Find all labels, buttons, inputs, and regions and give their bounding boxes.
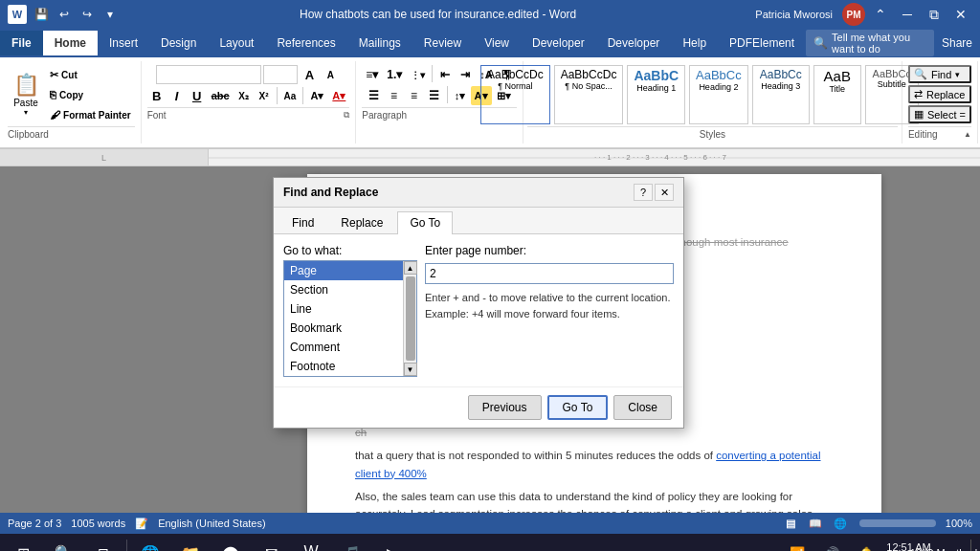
align-center-btn[interactable]: ≡ bbox=[385, 86, 404, 105]
tab-layout[interactable]: Layout bbox=[208, 31, 265, 55]
decrease-indent-btn[interactable]: ⇤ bbox=[435, 65, 455, 84]
dialog-close-btn[interactable]: ✕ bbox=[655, 184, 674, 201]
superscript-btn[interactable]: X² bbox=[255, 86, 274, 105]
tab-view[interactable]: View bbox=[473, 31, 521, 55]
paste-btn[interactable]: 📋 Paste ▾ bbox=[8, 65, 44, 124]
justify-btn[interactable]: ☰ bbox=[425, 86, 444, 105]
style-heading1[interactable]: AaBbC Heading 1 bbox=[627, 65, 685, 124]
style-no-spacing[interactable]: AaBbCcDc ¶ No Spac... bbox=[554, 65, 624, 124]
tab-review[interactable]: Review bbox=[412, 31, 473, 55]
bold-btn[interactable]: B bbox=[147, 86, 167, 105]
align-left-btn[interactable]: ☰ bbox=[365, 86, 384, 105]
speaker-icon[interactable]: 🔊 bbox=[816, 536, 847, 551]
shrink-font-btn[interactable]: A bbox=[321, 65, 340, 84]
web-layout-btn[interactable]: 🌐 bbox=[831, 514, 850, 533]
change-case-btn[interactable]: Aa bbox=[280, 86, 301, 105]
share-btn[interactable]: Share bbox=[942, 36, 972, 50]
save-quick-btn[interactable]: 💾 bbox=[31, 4, 52, 25]
strikethrough-btn[interactable]: abc bbox=[208, 86, 234, 105]
redo-quick-btn[interactable]: ↪ bbox=[77, 4, 98, 25]
find-btn[interactable]: 🔍 Find ▾ bbox=[908, 65, 971, 83]
format-painter-btn[interactable]: 🖌 Format Painter bbox=[46, 105, 135, 124]
multilevel-btn[interactable]: ⋮▾ bbox=[407, 65, 429, 84]
goto-item-footnote[interactable]: Footnote bbox=[284, 357, 403, 376]
word-tb-btn[interactable]: W bbox=[292, 536, 330, 551]
tab-references[interactable]: References bbox=[265, 31, 346, 55]
dialog-tabs: Find Replace Go To bbox=[274, 208, 683, 234]
numbering-btn[interactable]: 1.▾ bbox=[383, 65, 406, 84]
grow-font-btn[interactable]: A bbox=[300, 65, 319, 84]
text-highlight-btn[interactable]: A▾ bbox=[306, 86, 327, 105]
goto-item-page[interactable]: Page bbox=[284, 261, 403, 280]
goto-btn[interactable]: Go To bbox=[547, 395, 609, 420]
zoom-slider[interactable] bbox=[859, 519, 936, 527]
font-name-input[interactable] bbox=[156, 65, 261, 84]
dialog-tab-goto[interactable]: Go To bbox=[397, 211, 453, 234]
customize-quick-btn[interactable]: ▾ bbox=[100, 4, 121, 25]
goto-hint: Enter + and - to move relative to the cu… bbox=[425, 290, 674, 321]
page-number-input[interactable] bbox=[425, 263, 674, 284]
read-mode-btn[interactable]: 📖 bbox=[806, 514, 825, 533]
tab-mailings[interactable]: Mailings bbox=[347, 31, 412, 55]
style-heading2[interactable]: AaBbCc Heading 2 bbox=[689, 65, 748, 124]
dialog-help-btn[interactable]: ? bbox=[634, 184, 653, 201]
select-btn[interactable]: ▦ Select = bbox=[908, 105, 971, 123]
font-group: A A B I U abc X₂ X² Aa A▾ A▾ Font ⧉ bbox=[142, 61, 357, 143]
start-btn[interactable]: ⊞ bbox=[4, 536, 42, 551]
tab-insert[interactable]: Insert bbox=[98, 31, 149, 55]
goto-item-section[interactable]: Section bbox=[284, 280, 403, 299]
goto-item-comment[interactable]: Comment bbox=[284, 338, 403, 357]
scroll-down-btn[interactable]: ▼ bbox=[404, 363, 417, 376]
tab-developer2[interactable]: Developer bbox=[596, 31, 672, 55]
weather-widget[interactable]: 19°C Mostly clear bbox=[936, 536, 967, 551]
file-explorer-btn[interactable]: 📁 bbox=[171, 536, 210, 551]
close-btn[interactable]: ✕ bbox=[949, 3, 972, 26]
restore-btn[interactable]: ⧉ bbox=[923, 3, 946, 26]
style-heading3[interactable]: AaBbCc Heading 3 bbox=[752, 65, 810, 124]
tab-home[interactable]: Home bbox=[43, 31, 98, 55]
scroll-up-btn[interactable]: ▲ bbox=[404, 261, 417, 275]
close-dialog-btn[interactable]: Close bbox=[613, 395, 672, 420]
dialog-title-text: Find and Replace bbox=[283, 186, 378, 199]
align-right-btn[interactable]: ≡ bbox=[405, 86, 424, 105]
style-normal[interactable]: AaBbCcDc ¶ Normal bbox=[480, 65, 550, 124]
goto-item-line[interactable]: Line bbox=[284, 299, 403, 319]
tab-file[interactable]: File bbox=[0, 31, 43, 55]
ribbon-display-btn[interactable]: ⌃ bbox=[869, 3, 892, 26]
tab-help[interactable]: Help bbox=[671, 31, 718, 55]
tab-developer[interactable]: Developer bbox=[521, 31, 596, 55]
other-btn-2[interactable]: ▶ bbox=[372, 536, 411, 551]
notification-icon[interactable]: 🔔 bbox=[851, 536, 881, 551]
styles-label: Styles bbox=[527, 126, 898, 140]
show-desktop-btn[interactable] bbox=[970, 540, 976, 551]
edge-btn[interactable]: 🌐 bbox=[131, 536, 169, 551]
dialog-tab-find[interactable]: Find bbox=[279, 211, 326, 233]
other-btn-1[interactable]: 🎵 bbox=[332, 536, 370, 551]
dialog-title-btns: ? ✕ bbox=[634, 184, 674, 201]
tab-design[interactable]: Design bbox=[149, 31, 208, 55]
cut-btn[interactable]: ✂ Cut bbox=[46, 65, 135, 84]
bullets-btn[interactable]: ≡▾ bbox=[362, 65, 382, 84]
tab-pdfelement[interactable]: PDFElement bbox=[718, 31, 806, 55]
underline-btn[interactable]: U bbox=[188, 86, 207, 105]
mail-btn[interactable]: ✉ bbox=[252, 536, 290, 551]
italic-btn[interactable]: I bbox=[167, 86, 187, 105]
previous-btn[interactable]: Previous bbox=[468, 395, 542, 420]
replace-btn[interactable]: ⇄ Replace bbox=[908, 85, 971, 103]
undo-quick-btn[interactable]: ↩ bbox=[54, 4, 75, 25]
network-icon[interactable]: 📶 bbox=[782, 536, 813, 551]
search-btn[interactable]: 🔍 bbox=[44, 536, 82, 551]
chrome-btn[interactable]: ⬤ bbox=[212, 536, 250, 551]
taskview-btn[interactable]: ⊡ bbox=[84, 536, 122, 551]
goto-item-bookmark[interactable]: Bookmark bbox=[284, 319, 403, 338]
dialog-tab-replace[interactable]: Replace bbox=[328, 211, 395, 233]
minimize-btn[interactable]: ─ bbox=[896, 3, 919, 26]
font-size-input[interactable] bbox=[263, 65, 298, 84]
style-title[interactable]: AaB Title bbox=[813, 65, 861, 124]
print-layout-btn[interactable]: ▤ bbox=[781, 514, 800, 533]
increase-indent-btn[interactable]: ⇥ bbox=[456, 65, 475, 84]
font-color-btn[interactable]: A▾ bbox=[328, 86, 349, 105]
copy-btn[interactable]: ⎘ Copy bbox=[46, 85, 135, 104]
subscript-btn[interactable]: X₂ bbox=[234, 86, 254, 105]
line-spacing-btn[interactable]: ↕▾ bbox=[451, 86, 470, 105]
